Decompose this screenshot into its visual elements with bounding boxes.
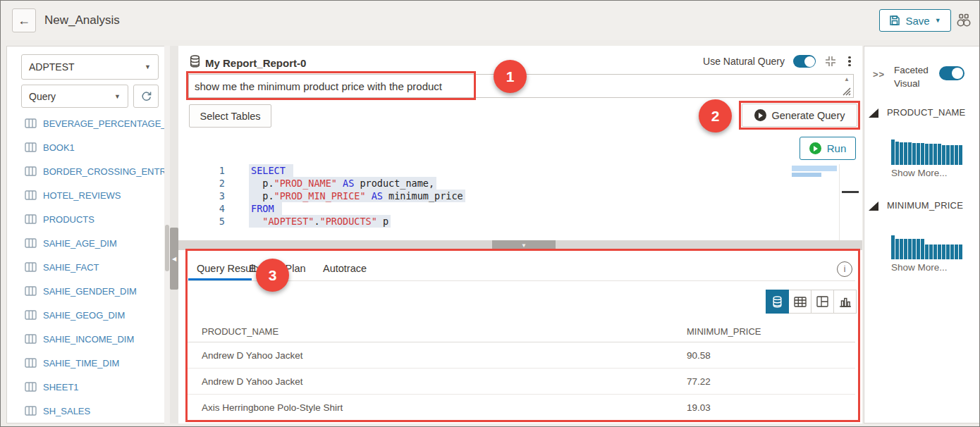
collapse-sidebar-handle[interactable]: ◀ (170, 228, 178, 290)
schema-select-value: ADPTEST (29, 61, 75, 73)
splitter-handle[interactable]: ▼ (492, 240, 556, 250)
sidebar-table-item[interactable]: SAHIE_GEOG_DIM (7, 303, 166, 327)
table-name-link[interactable]: SAHIE_INCOME_DIM (43, 334, 134, 345)
table-icon (25, 286, 37, 296)
table-row[interactable]: Andrew D Yahoo Jacket77.22 (185, 369, 855, 395)
table-name-link[interactable]: BORDER_CROSSING_ENTRY (43, 166, 166, 177)
collapse-editor-icon[interactable] (824, 55, 837, 68)
scroll-up-icon[interactable]: ▲ (844, 76, 850, 82)
sidebar-table-item[interactable]: HOTEL_REVIEWS (7, 183, 166, 207)
page-title: New_Analysis (44, 1, 120, 40)
editor-minimap (792, 166, 837, 171)
table-name-link[interactable]: SAHIE_AGE_DIM (43, 238, 117, 249)
result-table-body: Andrew D Yahoo Jacket90.58Andrew D Yahoo… (185, 342, 855, 421)
table-name-link[interactable]: HOTEL_REVIEWS (43, 190, 121, 201)
grid-view-icon (794, 297, 807, 307)
table-row[interactable]: Andrew D Yahoo Jacket90.58 (185, 342, 855, 369)
sql-line: 4FROM (178, 202, 862, 215)
back-button[interactable]: ← (12, 8, 36, 32)
sidebar-scrollbar-thumb[interactable] (165, 225, 169, 271)
table-name-link[interactable]: PRODUCTS (43, 214, 94, 225)
sidebar-table-item[interactable]: BORDER_CROSSING_ENTRY (7, 159, 166, 183)
table-icon (25, 190, 37, 200)
layout-view-icon (816, 296, 828, 307)
view-chart-button[interactable] (833, 290, 857, 314)
app-window: ← New_Analysis Save ▼ ADPTEST ▼ Query ▼ … (0, 0, 980, 427)
run-label: Run (827, 142, 847, 154)
sidebar-scrollbar[interactable] (164, 46, 170, 423)
show-more-link[interactable]: Show More... (891, 168, 948, 178)
use-natural-query-toggle[interactable] (793, 55, 816, 68)
editor-scroll-marker[interactable] (842, 191, 859, 193)
generate-query-button[interactable]: Generate Query (742, 104, 857, 127)
resize-grip-icon[interactable] (843, 87, 851, 96)
natural-query-input[interactable] (189, 75, 853, 97)
sql-editor[interactable]: 1SELECT 2 p."PROD_NAME" AS product_name,… (178, 164, 862, 240)
table-icon (25, 406, 37, 416)
view-grid-button[interactable] (788, 290, 811, 314)
facet-histogram-product-name[interactable] (891, 140, 962, 165)
sidebar-table-item[interactable]: SAHIE_INCOME_DIM (7, 327, 166, 351)
show-more-link[interactable]: Show More... (891, 262, 948, 273)
tabs-divider (185, 280, 855, 281)
play-icon (754, 109, 766, 121)
table-row[interactable]: Axis Herringbone Polo-Style Shirt19.03 (185, 395, 855, 421)
save-dropdown-caret[interactable]: ▼ (935, 17, 941, 24)
run-button[interactable]: Run (800, 137, 856, 160)
tab-query-result[interactable]: Query Result (197, 263, 257, 274)
table-icon (25, 334, 37, 344)
horizontal-splitter[interactable]: ▼ (178, 240, 862, 250)
save-button[interactable]: Save ▼ (879, 9, 951, 32)
refresh-button[interactable] (133, 85, 159, 108)
table-name-link[interactable]: SAHIE_GENDER_DIM (43, 286, 137, 297)
table-icon (25, 262, 37, 272)
column-header-minimum-price[interactable]: MINIMUM_PRICE (687, 326, 761, 337)
sidebar-table-item[interactable]: SHEET1 (7, 375, 166, 399)
view-single-record-button[interactable] (766, 290, 789, 314)
select-tables-label: Select Tables (200, 111, 261, 122)
facet-histogram-minimum-price[interactable] (891, 235, 962, 259)
object-type-select[interactable]: Query ▼ (21, 85, 128, 108)
tab-autotrace[interactable]: Autotrace (323, 263, 367, 274)
panel-splitter[interactable]: ◀ (170, 46, 178, 423)
sidebar-table-item[interactable]: SH_SALES (7, 399, 166, 423)
table-icon (25, 142, 37, 152)
sidebar-table-item[interactable]: PRODUCTS (7, 207, 166, 231)
sidebar-table-item[interactable]: SAHIE_GENDER_DIM (7, 279, 166, 303)
sidebar-table-item[interactable]: BOOK1 (7, 135, 166, 159)
sidebar-table-item[interactable]: SAHIE_FACT (7, 255, 166, 279)
sidebar-table-item[interactable]: SAHIE_TIME_DIM (7, 351, 166, 375)
expand-panel-icon[interactable]: >> (873, 69, 885, 80)
table-name-link[interactable]: SAHIE_TIME_DIM (43, 358, 119, 369)
info-icon[interactable]: i (837, 261, 852, 277)
line-number: 3 (178, 190, 231, 202)
tab-explain-plan[interactable]: Explain Plan (249, 263, 306, 274)
select-tables-button[interactable]: Select Tables (189, 104, 271, 128)
result-view-switcher (766, 290, 857, 314)
faceted-visual-toggle[interactable] (939, 66, 964, 80)
more-actions-menu-icon[interactable] (845, 56, 854, 68)
table-name-link[interactable]: SAHIE_FACT (43, 262, 99, 273)
save-icon (889, 15, 900, 26)
collapse-facet-icon[interactable] (869, 202, 878, 211)
sql-line: 2 p."PROD_NAME" AS product_name, (178, 177, 862, 190)
table-name-link[interactable]: BOOK1 (43, 142, 75, 153)
column-header-product-name[interactable]: PRODUCT_NAME (202, 326, 278, 337)
collapse-down-icon: ▼ (521, 242, 527, 249)
collapse-facet-icon[interactable] (869, 109, 878, 118)
binoculars-icon[interactable] (955, 12, 972, 29)
sidebar-table-item[interactable]: SAHIE_AGE_DIM (7, 231, 166, 255)
view-layout-button[interactable] (811, 290, 834, 314)
table-name-link[interactable]: SHEET1 (43, 382, 79, 392)
table-name-link[interactable]: SH_SALES (43, 406, 90, 416)
toggle-knob (952, 68, 963, 79)
toggle-knob (804, 56, 815, 67)
table-name-link[interactable]: BEVERAGE_PERCENTAGE_AI (43, 118, 166, 129)
report-title: My Report_Report-0 (205, 57, 306, 69)
table-name-link[interactable]: SAHIE_GEOG_DIM (43, 310, 125, 321)
sidebar-table-item[interactable]: BEVERAGE_PERCENTAGE_AI (7, 111, 166, 135)
chevron-down-icon: ▼ (114, 93, 121, 100)
generate-query-label: Generate Query (772, 110, 845, 121)
table-icon (25, 310, 37, 320)
schema-select[interactable]: ADPTEST ▼ (21, 54, 159, 80)
